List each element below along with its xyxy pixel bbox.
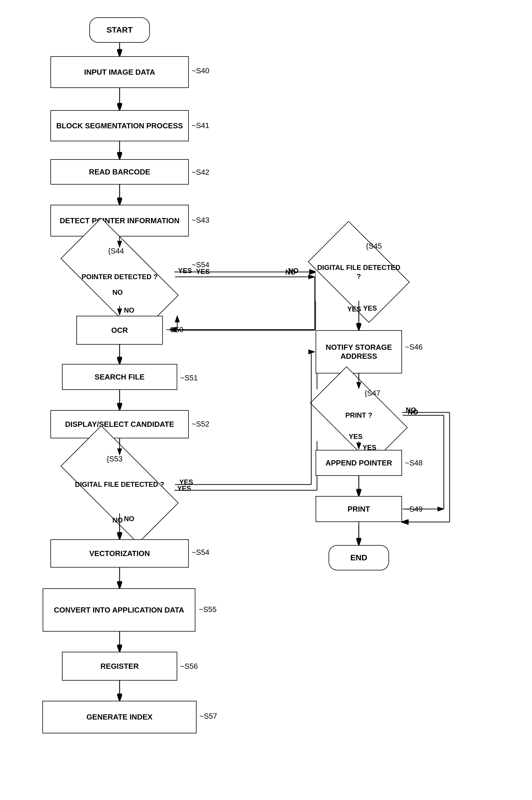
s51-label: ~S51: [180, 374, 198, 382]
convert-app-process: CONVERT INTO APPLICATION DATA: [43, 588, 195, 632]
detect-pointer-process: DETECT POINTER INFORMATION: [51, 205, 189, 236]
print-yes-label: YES: [349, 433, 363, 441]
notify-storage-process: NOTIFY STORAGE ADDRESS: [316, 330, 402, 374]
ocr-process: OCR: [76, 316, 163, 345]
s56-label: ~S56: [180, 662, 198, 671]
df45-yes: YES: [363, 304, 377, 312]
ptr-no: NO: [124, 306, 134, 314]
df53-no: NO: [124, 515, 134, 523]
df53-no-label: NO: [112, 516, 123, 524]
pointer-detected-decision: POINTER DETECTED ?: [65, 248, 174, 306]
s45-label: {S45: [366, 242, 382, 251]
df45-no: NO: [285, 268, 296, 276]
s49-label: ~S49: [405, 505, 422, 514]
s41-label: ~S41: [192, 121, 209, 130]
s53-label: {S53: [107, 455, 122, 463]
block-seg-process: BLOCK SEGMENTATION PROCESS: [51, 110, 189, 141]
ptr-yes: YES: [196, 268, 210, 276]
pointer-no-label: NO: [112, 288, 123, 296]
s40-label: ~S40: [192, 66, 209, 75]
digital-file-45-decision: DIGITAL FILE DETECTED ?: [316, 243, 402, 301]
print-process: PRINT: [316, 496, 402, 522]
print-yes: YES: [363, 443, 376, 452]
display-select-process: DISPLAY/SELECT CANDIDATE: [51, 410, 189, 438]
s44-label: {S44: [108, 247, 124, 255]
read-barcode-process: READ BARCODE: [51, 159, 189, 185]
s57-label: ~S57: [200, 712, 217, 721]
s48-label: ~S48: [405, 458, 422, 468]
s42-label: ~S42: [192, 168, 209, 177]
digital-file-53-decision: DIGITAL FILE DETECTED ?: [65, 456, 174, 513]
end-terminal: END: [328, 545, 389, 570]
append-pointer-process: APPEND POINTER: [316, 450, 402, 476]
df53-yes: YES: [179, 478, 193, 486]
flowchart: START INPUT IMAGE DATA ~S40 BLOCK SEGMEN…: [0, 0, 532, 800]
pointer-yes-label: YES: [178, 267, 192, 275]
s54-label2: ~S54: [192, 548, 209, 557]
generate-index-process: GENERATE INDEX: [42, 701, 196, 733]
s47-label: {S47: [364, 389, 380, 398]
start-terminal: START: [89, 17, 150, 43]
s50-label: ~S50: [166, 325, 183, 334]
input-image-process: INPUT IMAGE DATA: [51, 56, 189, 88]
s55-label: ~S55: [199, 605, 216, 614]
search-file-process: SEARCH FILE: [62, 364, 177, 390]
vectorization-process: VECTORIZATION: [51, 539, 189, 567]
s46-label: ~S46: [405, 343, 422, 351]
s52-label: ~S52: [192, 420, 209, 429]
df45-yes-label: YES: [347, 305, 361, 313]
register-process: REGISTER: [62, 652, 177, 680]
s43-label: ~S43: [192, 216, 209, 225]
print-no: NO: [408, 408, 418, 416]
